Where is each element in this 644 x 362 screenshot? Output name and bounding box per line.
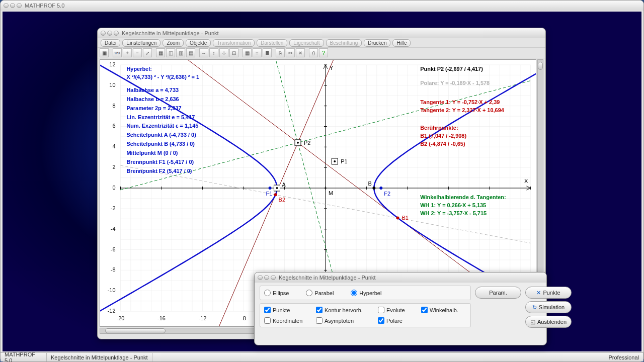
bubble-icon	[17, 3, 22, 8]
svg-point-136	[334, 160, 336, 162]
param-button[interactable]: Param.	[475, 287, 521, 299]
axis-y-icon[interactable]: ↕	[209, 48, 218, 57]
menu-darstellen[interactable]: Darstellen	[257, 39, 287, 47]
check-punkte[interactable]: Punkte	[264, 307, 312, 313]
scrollbar-thumb[interactable]	[105, 328, 166, 333]
check-evolute[interactable]: Evolute	[378, 307, 417, 313]
list2-icon[interactable]: ≣	[263, 48, 272, 57]
child-title: Kegelschnitte in Mittelpunktlage - Punkt	[122, 30, 219, 36]
svg-text:Punkt P2 (-2,697 / 4,417): Punkt P2 (-2,697 / 4,417)	[420, 66, 483, 72]
zoom-fit-icon[interactable]: ⤢	[143, 48, 152, 57]
check-label: Evolute	[386, 307, 405, 313]
app-titlebar[interactable]: MATHPROF 5.0	[1, 1, 643, 11]
scrollbar-thumb[interactable]	[538, 62, 543, 70]
check-winkelhalb[interactable]: Winkelhalb.	[421, 307, 466, 313]
bubble-icon	[258, 275, 263, 280]
svg-point-133	[297, 142, 299, 144]
radio-parabel[interactable]: Parabel	[306, 290, 334, 296]
svg-text:-4: -4	[111, 226, 116, 232]
check-label: Koordinaten	[273, 318, 302, 324]
svg-text:X: X	[524, 178, 528, 184]
svg-text:Winkelhalbierende d. Tangenten: Winkelhalbierende d. Tangenten:	[420, 194, 506, 200]
check-asymptoten[interactable]: Asymptoten	[316, 317, 374, 324]
status-app: MATHPROF 5.0	[1, 353, 47, 361]
svg-text:B1 (7,047 / -2,908): B1 (7,047 / -2,908)	[420, 133, 466, 139]
hide-icon: ◱	[530, 319, 535, 325]
simulation-button[interactable]: ↻Simulation	[525, 301, 572, 313]
statusbar: MATHPROF 5.0 Kegelschnitte in Mittelpunk…	[1, 352, 643, 361]
svg-text:-16: -16	[157, 315, 166, 321]
status-edition: Professional	[604, 353, 643, 361]
svg-text:A: A	[282, 182, 286, 188]
svg-text:X ²/(4,733) ² - Y ²/(2,636) ² : X ²/(4,733) ² - Y ²/(2,636) ² = 1	[126, 74, 199, 80]
app-title: MATHPROF 5.0	[25, 3, 64, 9]
menu-einstellungen[interactable]: Einstellungen	[122, 39, 160, 47]
save-icon[interactable]: ▣	[100, 48, 109, 57]
svg-text:-8: -8	[241, 315, 246, 321]
check-label: Polare	[386, 318, 403, 324]
menubar: DateiEinstellungenZoomObjekteTransformat…	[98, 38, 545, 47]
svg-text:B2 (-4,874 / -0,65): B2 (-4,874 / -0,65)	[420, 141, 465, 147]
svg-text:-12: -12	[199, 315, 207, 321]
axis-x-icon[interactable]: ↔	[199, 48, 208, 57]
svg-text:Brennpunkt F2 (5,417 / 0): Brennpunkt F2 (5,417 / 0)	[126, 168, 192, 174]
svg-text:Parameter 2p = 2,937: Parameter 2p = 2,937	[126, 105, 181, 111]
svg-point-125	[372, 187, 375, 190]
menu-objekte[interactable]: Objekte	[186, 39, 211, 47]
svg-text:B2: B2	[279, 197, 285, 203]
svg-text:-6: -6	[111, 246, 116, 252]
panel3-icon[interactable]: ▤	[186, 48, 195, 57]
radio-label: Hyperbel	[359, 290, 381, 296]
axis1-icon[interactable]: ⊹	[219, 48, 228, 57]
bubble-icon	[271, 275, 276, 280]
svg-text:Scheitelpunkt A (-4,733 / 0): Scheitelpunkt A (-4,733 / 0)	[126, 132, 196, 138]
view-icon[interactable]: 👓	[113, 48, 122, 57]
svg-text:-20: -20	[117, 315, 125, 321]
check-polare[interactable]: Polare	[378, 317, 417, 324]
menu-datei[interactable]: Datei	[101, 39, 120, 47]
menu-hilfe[interactable]: Hilfe	[392, 39, 411, 47]
svg-text:Lin. Exzentrizität e = 5,417: Lin. Exzentrizität e = 5,417	[126, 114, 195, 120]
radio-label: Parabel	[314, 290, 334, 296]
radio-ellipse[interactable]: Ellipse	[264, 290, 289, 296]
menu-beschriftung[interactable]: Beschriftung	[326, 39, 362, 47]
check-kontur[interactable]: Kontur hervorh.	[316, 307, 374, 313]
svg-text:WH 1: Y = 0,266·X + 5,135: WH 1: Y = 0,266·X + 5,135	[420, 202, 486, 208]
svg-text:-2: -2	[111, 205, 116, 211]
svg-text:Scheitelpunkt B (4,733 / 0): Scheitelpunkt B (4,733 / 0)	[126, 141, 195, 147]
radio-hyperbel[interactable]: Hyperbel	[351, 290, 381, 296]
panel-title: Kegelschnitte in Mittelpunktlage - Punkt	[279, 275, 376, 281]
check-koordinaten[interactable]: Koordinaten	[264, 317, 312, 324]
child-titlebar[interactable]: Kegelschnitte in Mittelpunktlage - Punkt	[98, 28, 545, 38]
svg-text:M: M	[329, 190, 333, 196]
menu-zoom[interactable]: Zoom	[163, 39, 184, 47]
cycle-icon: ↻	[532, 304, 537, 311]
punkte-button[interactable]: ✕Punkte	[525, 287, 572, 299]
zoom-in-icon[interactable]: ＋	[123, 48, 132, 57]
panel1-icon[interactable]: ◫	[166, 48, 175, 57]
radio-label: Ellipse	[273, 290, 289, 296]
print-icon[interactable]: ⎙	[309, 48, 318, 57]
menu-drucken[interactable]: Drucken	[364, 39, 390, 47]
paste-icon[interactable]: ✕	[296, 48, 305, 57]
toolbar: ▣👓＋－⤢▦◫▥▤↔↕⊹⊡▦≡≣⎘✂✕⎙?	[98, 47, 545, 58]
axis2-icon[interactable]: ⊡	[229, 48, 238, 57]
panel-titlebar[interactable]: Kegelschnitte in Mittelpunktlage - Punkt	[255, 273, 546, 283]
svg-text:Tangente 1: Y = -0,752·X + 2,3: Tangente 1: Y = -0,752·X + 2,39	[420, 99, 500, 105]
cut-icon[interactable]: ✂	[286, 48, 295, 57]
menu-transformation[interactable]: Transformation	[213, 39, 255, 47]
menu-eigenschaft[interactable]: Eigenschaft	[289, 39, 324, 47]
svg-text:Num. Exzentrizität ε = 1,145: Num. Exzentrizität ε = 1,145	[126, 123, 198, 129]
copy-icon[interactable]: ⎘	[276, 48, 285, 57]
svg-text:B1: B1	[401, 215, 408, 221]
check-label: Kontur hervorh.	[325, 307, 363, 313]
ausblenden-button[interactable]: ◱Ausblenden	[525, 316, 572, 328]
list1-icon[interactable]: ≡	[253, 48, 262, 57]
svg-text:12: 12	[109, 61, 115, 67]
table-icon[interactable]: ▦	[243, 48, 252, 57]
panel2-icon[interactable]: ▥	[176, 48, 185, 57]
grid-icon[interactable]: ▦	[156, 48, 165, 57]
help-icon[interactable]: ?	[319, 48, 328, 57]
zoom-out-icon[interactable]: －	[133, 48, 142, 57]
bubble-icon	[101, 31, 106, 36]
